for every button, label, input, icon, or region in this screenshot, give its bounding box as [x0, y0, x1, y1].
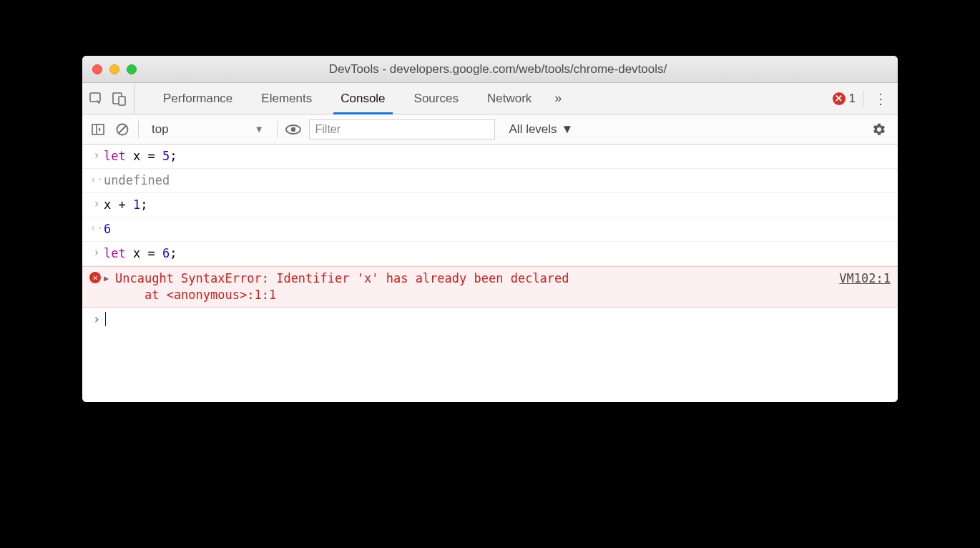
console-error-row: ✕▶Uncaught SyntaxError: Identifier 'x' h…	[82, 266, 898, 308]
tab-console[interactable]: Console	[326, 83, 399, 114]
devtools-window: DevTools - developers.google.com/web/too…	[82, 56, 898, 402]
console-code: x + 1;	[104, 197, 891, 213]
error-icon: ✕	[833, 92, 846, 105]
cursor	[105, 312, 106, 326]
console-result: undefined	[104, 172, 891, 189]
output-chevron-icon: ‹·	[89, 221, 104, 235]
output-chevron-icon: ‹·	[89, 172, 104, 187]
error-message: Uncaught SyntaxError: Identifier 'x' has…	[115, 270, 825, 303]
separator	[138, 121, 139, 138]
more-tabs-button[interactable]: »	[546, 91, 570, 106]
device-toolbar-icon[interactable]	[111, 90, 128, 107]
console-input-row: ›x + 1;	[82, 193, 898, 217]
window-title: DevTools - developers.google.com/web/too…	[108, 62, 888, 77]
console-toolbar: top ▼ All levels ▼	[82, 114, 898, 145]
console-output-row: ‹·6	[82, 217, 898, 242]
tab-performance[interactable]: Performance	[149, 83, 247, 114]
input-chevron-icon: ›	[89, 197, 104, 211]
console-input-row: ›let x = 6;	[82, 242, 898, 266]
separator	[277, 121, 278, 138]
expand-error-icon[interactable]: ▶	[104, 270, 115, 284]
window-url: developers.google.com/web/tools/chrome-d…	[390, 62, 667, 76]
log-levels-selector[interactable]: All levels ▼	[502, 122, 574, 137]
console-code: let x = 6;	[104, 245, 891, 262]
prompt-chevron-icon: ›	[89, 312, 104, 326]
svg-rect-3	[92, 124, 104, 134]
svg-rect-2	[119, 97, 125, 105]
live-expression-icon[interactable]	[285, 121, 302, 138]
svg-line-6	[119, 126, 126, 133]
toggle-sidebar-icon[interactable]	[89, 121, 107, 138]
error-icon: ✕	[89, 270, 104, 283]
console-result: 6	[104, 221, 891, 238]
titlebar: DevTools - developers.google.com/web/too…	[82, 56, 898, 83]
close-window-button[interactable]	[92, 64, 102, 74]
console-settings-icon[interactable]	[868, 122, 891, 137]
chevron-down-icon: ▼	[562, 122, 574, 137]
error-count-badge[interactable]: ✕ 1	[825, 92, 863, 106]
inspect-element-icon[interactable]	[88, 90, 105, 107]
console-code: let x = 5;	[104, 148, 891, 165]
console-output-row: ‹·undefined	[82, 169, 898, 193]
svg-rect-0	[90, 93, 100, 102]
console-output: ›let x = 5;‹·undefined›x + 1;‹·6›let x =…	[82, 145, 898, 402]
context-selector[interactable]: top ▼	[146, 119, 270, 140]
toolbar-left	[82, 83, 134, 114]
context-value: top	[152, 122, 169, 137]
console-input-row: ›let x = 5;	[82, 145, 898, 169]
app-name: DevTools	[329, 62, 379, 76]
main-toolbar: Performance Elements Console Sources Net…	[82, 83, 898, 114]
input-chevron-icon: ›	[89, 148, 104, 162]
tab-network[interactable]: Network	[473, 83, 546, 114]
clear-console-icon[interactable]	[114, 121, 131, 138]
chevron-down-icon: ▼	[255, 124, 264, 134]
error-count: 1	[849, 92, 856, 106]
levels-label: All levels	[509, 122, 557, 137]
console-prompt[interactable]: ›	[82, 308, 898, 331]
svg-point-8	[290, 127, 295, 131]
settings-menu-button[interactable]: ⋮	[863, 90, 898, 107]
panel-tabs: Performance Elements Console Sources Net…	[134, 83, 825, 114]
filter-input[interactable]	[309, 119, 495, 140]
tab-elements[interactable]: Elements	[247, 83, 326, 114]
tab-sources[interactable]: Sources	[400, 83, 473, 114]
input-chevron-icon: ›	[89, 245, 104, 260]
error-source-link[interactable]: VM102:1	[825, 270, 891, 287]
